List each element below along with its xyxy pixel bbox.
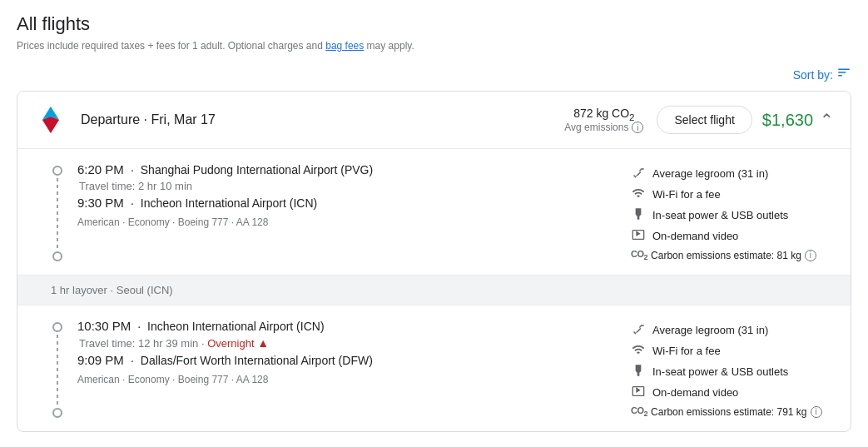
power-icon bbox=[631, 207, 646, 223]
sort-by-button[interactable]: Sort by: bbox=[793, 65, 851, 84]
arrival-airport-name-2: Dallas/Fort Worth International Airport … bbox=[141, 354, 373, 367]
emissions-info: 872 kg CO2 Avg emissions i bbox=[564, 107, 643, 134]
amenity-wifi-1: Wi-Fi for a fee bbox=[631, 186, 831, 202]
video-icon-2 bbox=[631, 385, 646, 400]
co2-icon-1: CO2 bbox=[631, 249, 647, 261]
departure-row-2: 10:30 PM · Incheon International Airport… bbox=[77, 319, 611, 333]
carbon-info-icon-2[interactable]: i bbox=[811, 406, 822, 418]
airline-logo bbox=[34, 103, 67, 137]
segment-amenities-1: Average legroom (31 in) Wi-Fi for a fee … bbox=[631, 162, 831, 261]
timeline-circle-bottom bbox=[52, 251, 62, 261]
amenity-legroom-1: Average legroom (31 in) bbox=[631, 166, 831, 181]
timeline-circle-bottom-2 bbox=[52, 408, 62, 418]
airline-info-1: American · Economy · Boeing 777 · AA 128 bbox=[77, 216, 611, 228]
arrival-time-2: 9:09 PM bbox=[77, 353, 124, 367]
segment-amenities-2: Average legroom (31 in) Wi-Fi for a fee … bbox=[631, 319, 831, 418]
arrival-row-2: 9:09 PM · Dallas/Fort Worth Internationa… bbox=[77, 353, 611, 367]
flight-segment-1: 6:20 PM · Shanghai Pudong International … bbox=[17, 149, 851, 275]
collapse-chevron[interactable]: ⌃ bbox=[820, 110, 834, 130]
carbon-info-icon-1[interactable]: i bbox=[805, 250, 816, 261]
emissions-info-icon[interactable]: i bbox=[632, 122, 643, 133]
timeline-2 bbox=[51, 319, 64, 418]
departure-airport-name-2: Incheon International Airport (ICN) bbox=[147, 320, 324, 333]
flight-segment-2: 10:30 PM · Incheon International Airport… bbox=[17, 305, 851, 431]
carbon-estimate-1: CO2 Carbon emissions estimate: 81 kg i bbox=[631, 249, 831, 261]
travel-time-1: Travel time: 2 hr 10 min bbox=[77, 180, 611, 192]
page-title: All flights bbox=[17, 13, 851, 35]
power-icon-2 bbox=[631, 364, 646, 380]
timeline-circle-top-2 bbox=[52, 322, 62, 332]
amenity-wifi-2: Wi-Fi for a fee bbox=[631, 343, 831, 359]
departure-info: Departure · Fri, Mar 17 bbox=[81, 112, 551, 127]
departure-airport-1: · bbox=[131, 163, 134, 176]
co2-icon-2: CO2 bbox=[631, 405, 647, 418]
arrival-airport-1: · bbox=[131, 196, 134, 210]
amenity-video-1: On-demand video bbox=[631, 228, 831, 244]
arrival-row-1: 9:30 PM · Incheon International Airport … bbox=[77, 196, 611, 210]
timeline-line-2 bbox=[57, 335, 58, 405]
segment-details-1: 6:20 PM · Shanghai Pudong International … bbox=[77, 162, 611, 261]
carbon-estimate-2: CO2 Carbon emissions estimate: 791 kg i bbox=[631, 405, 831, 418]
wifi-icon-2 bbox=[631, 343, 646, 359]
video-icon bbox=[631, 228, 646, 244]
page-subtitle: Prices include required taxes + fees for… bbox=[17, 40, 851, 52]
segment-left-2: 10:30 PM · Incheon International Airport… bbox=[51, 319, 611, 418]
travel-time-2: Travel time: 12 hr 39 min · Overnight ▲ bbox=[77, 336, 611, 350]
departure-time-1: 6:20 PM bbox=[77, 162, 124, 176]
select-flight-button[interactable]: Select flight bbox=[657, 106, 751, 134]
legroom-icon-2 bbox=[631, 322, 646, 338]
timeline-circle-top bbox=[52, 166, 62, 176]
departure-airport-name-1: Shanghai Pudong International Airport (P… bbox=[141, 163, 373, 176]
timeline-1 bbox=[51, 162, 64, 261]
segment-left-1: 6:20 PM · Shanghai Pudong International … bbox=[51, 162, 611, 261]
amenity-video-2: On-demand video bbox=[631, 385, 831, 400]
warning-icon: ▲ bbox=[257, 336, 269, 350]
sort-icon bbox=[836, 65, 851, 84]
sort-bar: Sort by: bbox=[17, 65, 851, 84]
departure-time-2: 10:30 PM bbox=[77, 319, 131, 333]
layover-bar: 1 hr layover · Seoul (ICN) bbox=[17, 275, 851, 305]
amenity-power-1: In-seat power & USB outlets bbox=[631, 207, 831, 223]
legroom-icon bbox=[631, 166, 646, 181]
flight-card-header: Departure · Fri, Mar 17 872 kg CO2 Avg e… bbox=[17, 92, 851, 149]
departure-row-1: 6:20 PM · Shanghai Pudong International … bbox=[77, 162, 611, 176]
arrival-airport-name-1: Incheon International Airport (ICN) bbox=[141, 196, 317, 210]
arrival-time-1: 9:30 PM bbox=[77, 196, 124, 210]
flight-card: Departure · Fri, Mar 17 872 kg CO2 Avg e… bbox=[17, 91, 851, 432]
overnight-label: Overnight bbox=[207, 337, 254, 350]
amenity-power-2: In-seat power & USB outlets bbox=[631, 364, 831, 380]
segment-details-2: 10:30 PM · Incheon International Airport… bbox=[77, 319, 611, 418]
timeline-line bbox=[57, 178, 58, 249]
wifi-icon bbox=[631, 186, 646, 202]
amenity-legroom-2: Average legroom (31 in) bbox=[631, 322, 831, 338]
bag-fees-link[interactable]: bag fees bbox=[325, 40, 364, 52]
flight-price: $1,630 bbox=[762, 111, 813, 130]
header-actions: Select flight $1,630 ⌃ bbox=[657, 106, 834, 134]
airline-info-2: American · Economy · Boeing 777 · AA 128 bbox=[77, 374, 611, 385]
